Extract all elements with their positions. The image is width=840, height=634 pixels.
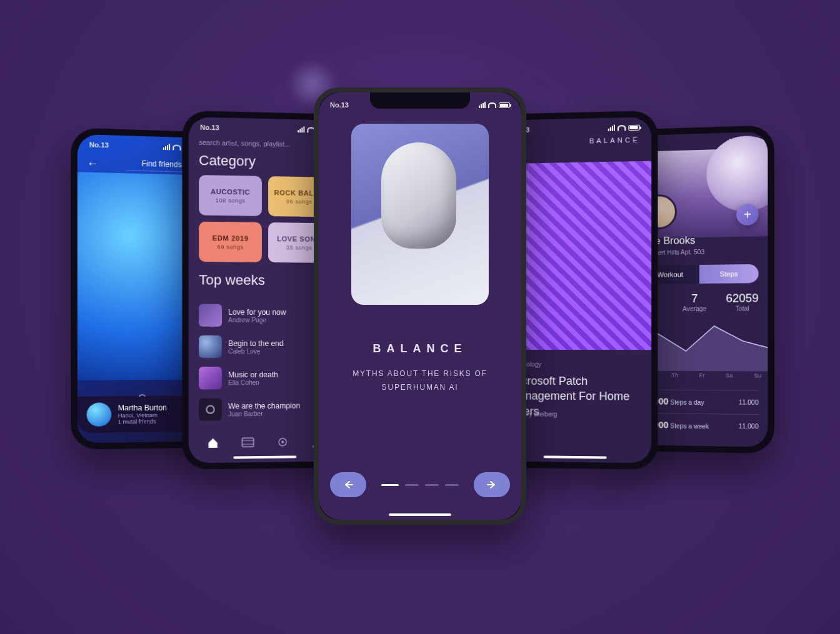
battery-icon — [499, 102, 510, 108]
svg-rect-6 — [242, 438, 253, 447]
song-artist: Andrew Page — [228, 316, 286, 323]
category-card-acoustic[interactable]: AUCOSTIC 108 songs — [199, 175, 262, 216]
android-head-graphic — [381, 142, 456, 249]
song-title: Love for you now — [228, 307, 286, 316]
svg-point-10 — [281, 441, 284, 443]
phone-center-hero: No.13 BALANCE MYTHS ABOUT THE RISKS OF S… — [314, 87, 526, 525]
song-thumb — [199, 335, 222, 358]
back-icon[interactable]: ← — [87, 157, 99, 171]
friend-mutual: 1 mutal friends — [118, 419, 167, 425]
stat-average: 7Average — [682, 292, 706, 312]
home-indicator — [389, 513, 451, 516]
signal-icon — [479, 102, 486, 108]
song-row[interactable]: Love for you now Andrew Page — [199, 300, 330, 332]
category-name: AUCOSTIC — [211, 187, 250, 196]
song-title: Begin to the end — [228, 339, 284, 347]
carrier-label: No.13 — [330, 101, 349, 109]
top-weeks-heading: Top weeks — [199, 272, 330, 289]
library-icon[interactable] — [239, 433, 256, 451]
carrier-label: No.13 — [89, 141, 109, 149]
song-row[interactable]: Music or death Ella Cohen — [199, 362, 330, 394]
arrow-left-icon — [342, 479, 354, 490]
song-title: Music or death — [228, 370, 278, 379]
chevron-up-icon[interactable]: ︽ — [139, 389, 146, 399]
song-thumb — [199, 398, 222, 420]
song-thumb — [199, 367, 222, 389]
signal-icon — [163, 144, 170, 150]
friend-avatar — [87, 402, 112, 427]
prev-button[interactable] — [330, 472, 366, 497]
hero-illustration — [351, 124, 489, 305]
signal-icon — [608, 125, 615, 131]
gear-icon[interactable] — [274, 433, 291, 451]
song-row[interactable]: Begin to the end Caleb Love — [199, 331, 330, 362]
next-button[interactable] — [474, 472, 510, 497]
brand-label: BALANCE — [589, 136, 640, 145]
song-artist: Caleb Love — [228, 347, 284, 354]
stat-total: 62059Total — [726, 292, 758, 312]
carrier-label: No.13 — [200, 124, 219, 132]
wifi-icon — [618, 125, 626, 131]
wifi-icon — [488, 102, 496, 108]
article-hero-image — [510, 161, 652, 350]
category-heading: Category — [199, 152, 330, 171]
home-icon[interactable] — [204, 434, 222, 452]
signal-icon — [298, 126, 304, 132]
arrow-right-icon — [486, 479, 498, 490]
page-indicator — [381, 484, 459, 486]
category-count: 96 songs — [286, 198, 312, 205]
category-card-edm[interactable]: EDM 2019 69 songs — [199, 222, 262, 262]
segment-steps[interactable]: Steps — [699, 264, 759, 284]
song-title: We are the champion — [228, 401, 300, 410]
home-indicator — [544, 455, 607, 458]
battery-icon — [628, 124, 639, 130]
home-indicator — [233, 455, 296, 458]
segment-control[interactable]: Workout Steps — [641, 264, 759, 284]
search-input[interactable]: search artist, songs, playlist... — [199, 139, 330, 149]
song-artist: Ella Cohen — [228, 379, 278, 385]
phone-stage: No.13 ← Find friends ︽ Martha Burton Han… — [45, 100, 795, 587]
brand-wordmark: BALANCE — [319, 342, 521, 355]
song-artist: Juan Barber — [228, 410, 300, 417]
category-count: 108 songs — [216, 197, 246, 204]
song-row[interactable]: We are the champion Juan Barber — [199, 393, 330, 425]
friend-name: Martha Burton — [118, 404, 167, 413]
category-count: 69 songs — [218, 244, 244, 250]
category-name: EDM 2019 — [212, 234, 249, 242]
category-count: 35 songs — [286, 244, 312, 250]
hero-subtitle: MYTHS ABOUT THE RISKS OF SUPERHUMAN AI — [319, 367, 521, 394]
notch — [370, 92, 470, 109]
wifi-icon — [172, 144, 181, 150]
song-thumb — [199, 304, 222, 327]
